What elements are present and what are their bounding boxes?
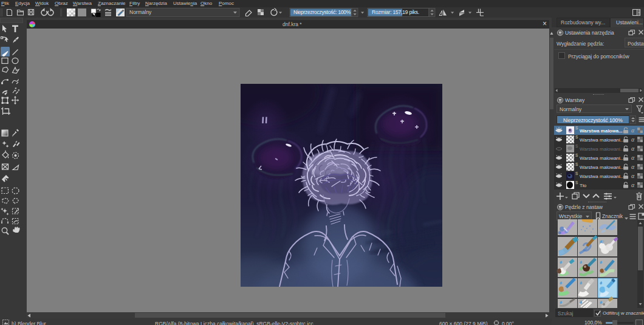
svg-text:Warstwa malowani...: Warstwa malowani... [580,146,625,152]
svg-text:α: α [631,163,635,170]
svg-text:S: S [575,144,578,148]
svg-text:α: α [631,145,635,152]
svg-text:Tło: Tło [580,183,587,188]
svg-text:S: S [575,153,578,157]
svg-text:Rozmiar: 157,19 piks.: Rozmiar: 157,19 piks. [372,9,419,15]
svg-text:Warstwa malowa...: Warstwa malowa... [580,128,623,134]
svg-text:Nieprzezroczystość: 100%: Nieprzezroczystość: 100% [293,9,351,15]
svg-text:Normalny: Normalny [129,9,152,15]
svg-text:α: α [631,136,635,143]
svg-text:Warstwa malowani...: Warstwa malowani... [580,156,625,161]
svg-text:S: S [575,171,578,176]
svg-text:α: α [631,154,635,161]
svg-text:S: S [575,135,578,139]
svg-text:S: S [575,126,578,130]
svg-text:α: α [631,182,635,188]
svg-text:S: S [575,180,578,185]
svg-text:α: α [631,173,635,179]
svg-text:Warstwa malowani...: Warstwa malowani... [580,137,625,143]
svg-text:Warstwa malowani...: Warstwa malowani... [580,174,625,179]
svg-text:S: S [575,162,578,166]
svg-text:Warstwa malowani...: Warstwa malowani... [580,165,625,170]
svg-text:α: α [631,127,635,134]
